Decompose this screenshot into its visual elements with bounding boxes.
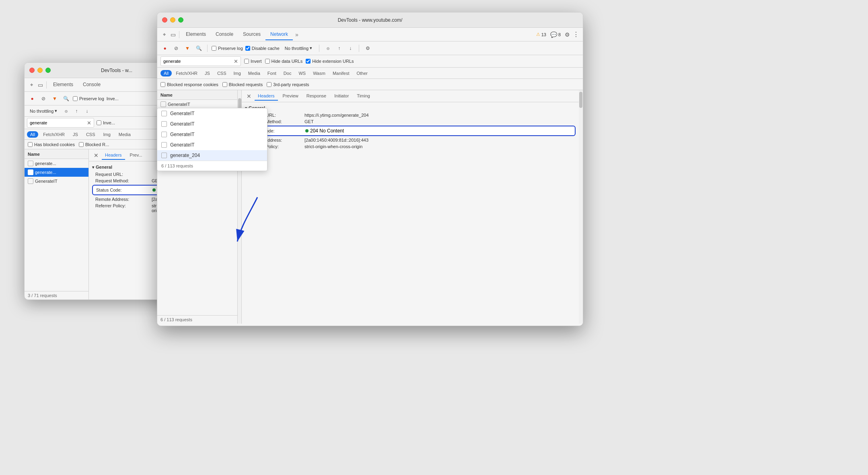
back-filter-all[interactable]: All [27, 131, 38, 138]
front-record-button[interactable]: ● [160, 44, 169, 53]
front-tab-more[interactable]: » [293, 30, 301, 39]
front-tab-initiator[interactable]: Initiator [331, 92, 352, 101]
back-wifi-icon[interactable]: ⌾ [62, 107, 70, 116]
back-blocked-cookies-label[interactable]: Has blocked cookies [28, 142, 75, 147]
front-tab-timing[interactable]: Timing [354, 92, 373, 101]
back-minimize-button[interactable] [37, 68, 43, 73]
front-filter-css[interactable]: CSS [214, 70, 230, 76]
back-record-button[interactable]: ● [28, 94, 37, 103]
front-blocked-resp-label[interactable]: Blocked response cookies [160, 82, 218, 87]
front-filter-wasm[interactable]: Wasm [310, 70, 329, 76]
front-req-row-0[interactable]: GenerateIT [157, 100, 237, 109]
front-clear-button[interactable]: ⊘ [172, 44, 181, 53]
front-disable-cache-label[interactable]: Disable cache [245, 46, 280, 51]
back-filter-css[interactable]: CSS [83, 131, 99, 138]
back-preserve-log-checkbox[interactable] [73, 96, 78, 101]
back-blocked-r-checkbox[interactable] [79, 142, 84, 147]
front-tab-response[interactable]: Response [303, 92, 330, 101]
front-filter-doc[interactable]: Doc [280, 70, 295, 76]
back-invert-label[interactable]: Inve... [97, 120, 115, 125]
front-tab-network[interactable]: Network [265, 29, 293, 40]
back-blocked-cookies-checkbox[interactable] [28, 142, 33, 147]
front-third-party-label[interactable]: 3rd-party requests [267, 82, 309, 87]
back-tab-headers[interactable]: Headers [102, 151, 125, 160]
front-blocked-req-checkbox[interactable] [222, 82, 227, 87]
front-tab-console[interactable]: Console [211, 29, 238, 40]
front-blocked-resp-checkbox[interactable] [160, 82, 165, 87]
front-hide-ext-label[interactable]: Hide extension URLs [306, 59, 354, 64]
front-preserve-log-checkbox[interactable] [212, 46, 216, 51]
back-cursor-icon[interactable]: ⌖ [27, 81, 36, 89]
dropdown-item-0[interactable]: GenerateIT [157, 108, 267, 119]
back-tab-console[interactable]: Console [78, 79, 105, 91]
front-device-icon[interactable]: ▭ [169, 30, 177, 39]
back-upload-icon[interactable]: ↑ [72, 107, 81, 116]
front-clear-search-icon[interactable]: ✕ [234, 58, 238, 64]
front-download-icon[interactable]: ↓ [346, 44, 355, 53]
front-hide-data-checkbox[interactable] [265, 59, 270, 64]
front-filter-ws[interactable]: WS [295, 70, 309, 76]
front-blocked-req-label[interactable]: Blocked requests [222, 82, 263, 87]
back-filter-button[interactable]: ▼ [50, 94, 59, 103]
back-tab-elements[interactable]: Elements [48, 79, 78, 91]
front-maximize-button[interactable] [178, 17, 183, 23]
back-device-icon[interactable]: ▭ [36, 81, 45, 89]
back-req-row-0[interactable]: generate... [25, 159, 88, 168]
front-gear-icon[interactable]: ⚙ [563, 30, 572, 39]
front-wifi-icon[interactable]: ⌾ [323, 44, 332, 53]
front-search-box[interactable]: ✕ [160, 56, 241, 66]
front-filter-js[interactable]: JS [202, 70, 213, 76]
front-filter-font[interactable]: Font [264, 70, 280, 76]
front-filter-media[interactable]: Media [245, 70, 263, 76]
back-filter-img[interactable]: Img [100, 131, 114, 138]
back-req-row-2[interactable]: GenerateIT [25, 177, 88, 186]
front-minimize-button[interactable] [170, 17, 175, 23]
front-close-button[interactable] [162, 17, 167, 23]
front-close-panel-button[interactable]: ✕ [245, 92, 253, 100]
front-search-button[interactable]: 🔍 [194, 44, 203, 53]
front-tab-headers[interactable]: Headers [255, 92, 278, 101]
front-warning-badge[interactable]: ⚠ 13 [534, 31, 548, 38]
front-search-input[interactable] [163, 59, 232, 64]
front-third-party-checkbox[interactable] [267, 82, 272, 87]
back-search-box[interactable]: ✕ [27, 118, 94, 128]
front-filter-other[interactable]: Other [353, 70, 371, 76]
dropdown-item-4[interactable]: generate_204 [157, 150, 267, 161]
dropdown-item-3[interactable]: GenerateIT [157, 140, 267, 150]
front-filter-all[interactable]: All [160, 70, 172, 76]
back-preserve-log-label[interactable]: Preserve log [73, 96, 104, 101]
back-filter-media[interactable]: Media [115, 131, 134, 138]
front-filter-fetch[interactable]: Fetch/XHR [173, 70, 201, 76]
front-more-icon[interactable]: ⋮ [572, 30, 580, 39]
back-blocked-r-label[interactable]: Blocked R... [79, 142, 109, 147]
back-filter-js[interactable]: JS [70, 131, 81, 138]
back-search-input[interactable] [30, 120, 85, 125]
front-upload-icon[interactable]: ↑ [335, 44, 343, 53]
back-filter-fetch[interactable]: Fetch/XHR [40, 131, 68, 138]
back-tab-preview[interactable]: Prev... [127, 151, 146, 160]
front-throttle-select[interactable]: No throttling ▾ [282, 44, 315, 52]
front-filter-manifest[interactable]: Manifest [329, 70, 353, 76]
front-hide-ext-checkbox[interactable] [306, 59, 311, 64]
front-filter-img[interactable]: Img [230, 70, 244, 76]
front-invert-label[interactable]: Invert [244, 59, 262, 64]
front-tab-elements[interactable]: Elements [181, 29, 211, 40]
dropdown-item-1[interactable]: GenerateIT [157, 119, 267, 129]
front-invert-checkbox[interactable] [244, 59, 249, 64]
back-maximize-button[interactable] [45, 68, 51, 73]
back-download-icon[interactable]: ↓ [82, 107, 91, 116]
back-close-button[interactable] [29, 68, 35, 73]
back-search-button[interactable]: 🔍 [62, 94, 70, 103]
front-preserve-log-label[interactable]: Preserve log [212, 46, 243, 51]
dropdown-item-2[interactable]: GenerateIT [157, 129, 267, 140]
back-clear-search-icon[interactable]: ✕ [87, 120, 91, 126]
front-settings-icon[interactable]: ⚙ [363, 44, 372, 53]
back-clear-button[interactable]: ⊘ [39, 94, 48, 103]
front-cursor-icon[interactable]: ⌖ [160, 30, 169, 39]
front-headers-scroll-thumb[interactable] [579, 92, 582, 108]
back-throttle-select[interactable]: No throttling ▾ [27, 107, 60, 115]
front-headers-scrollbar[interactable] [579, 90, 583, 324]
back-close-panel-button[interactable]: ✕ [92, 151, 100, 159]
front-disable-cache-checkbox[interactable] [245, 46, 250, 51]
back-invert-checkbox[interactable] [97, 120, 101, 125]
